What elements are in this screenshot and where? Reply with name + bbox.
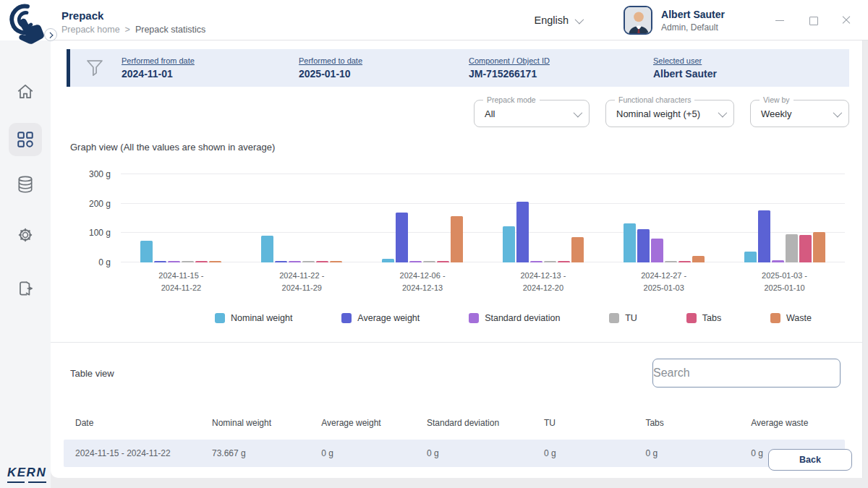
bar-average-weight [758,210,770,262]
bar-tu [665,261,677,262]
bar-waste [330,261,342,262]
user-role: Admin, Default [661,22,725,33]
filter-funnel-icon [82,57,107,79]
sidebar-item-prepack-apps[interactable] [9,123,42,156]
legend-item-tu: TU [609,313,637,323]
table-cell: 0 g [310,440,415,467]
filter-performed-from-date[interactable]: Performed from date 2024-11-01 [122,56,299,80]
table-column-header: Date [64,412,200,434]
bar-nominal-weight [503,226,515,262]
table-cell: 0 g [415,440,532,467]
prepack-mode-select[interactable]: Prepack mode All [474,100,590,127]
breadcrumb-separator: > [125,25,130,35]
kern-logo: KERN [7,466,46,483]
chevron-down-icon [575,14,584,24]
functional-characters-select[interactable]: Functional characters Nominal weight (+5… [605,100,734,127]
section-divider [51,342,862,343]
sidebar [0,40,51,488]
main-content: Performed from date 2024-11-01 Performed… [51,40,863,478]
bar-average-weight [637,229,650,262]
table-row[interactable]: 2024-11-15 - 2024-11-2273.667 g0 g0 g0 g… [64,440,845,467]
sidebar-item-logout[interactable] [9,272,42,305]
table-column-header: Standard deviation [415,412,532,434]
filter-performed-to-date[interactable]: Performed to date 2025-01-10 [299,56,469,80]
x-axis-category-label: 2024-12-13 -2024-12-20 [482,270,603,294]
breadcrumb-current: Prepack statistics [135,25,205,35]
search-input[interactable] [690,359,833,387]
y-axis-tick-label: 200 g [89,199,111,209]
graph-view-title: Graph view (All the values are shown in … [70,142,862,153]
legend-label: Average weight [357,313,420,323]
chevron-down-icon [718,108,728,117]
app-window: Prepack Prepack home > Prepack statistic… [0,0,868,488]
chart-plot: 0 g100 g200 g300 g [121,174,845,262]
legend-label: Nominal weight [231,313,292,323]
sidebar-item-settings[interactable] [9,218,42,252]
chart-bar-group [724,174,845,262]
statistics-table: DateNominal weightAverage weightStandard… [64,412,845,467]
chart-bar-group [242,174,362,262]
avatar[interactable] [624,6,652,35]
sidebar-expand-toggle[interactable] [44,28,57,41]
bar-average-weight [516,202,529,262]
sidebar-item-home[interactable] [9,75,42,108]
topbar-divider [54,40,868,40]
bar-waste [451,216,463,262]
bar-nominal-weight [382,259,394,262]
filter-component-object-id[interactable]: Component / Object ID JM-715266171 [469,56,653,80]
legend-label: TU [625,313,637,323]
x-axis-category-label: 2024-12-06 -2024-12-13 [362,270,483,294]
legend-swatch [341,313,352,323]
x-axis-category-label: 2024-12-27 -2025-01-03 [603,270,724,294]
topbar: Prepack Prepack home > Prepack statistic… [0,0,868,40]
table-cell: 0 g [532,440,634,467]
minimize-button[interactable] [774,14,786,26]
bar-nominal-weight [261,236,273,262]
sidebar-item-database[interactable] [9,168,42,201]
legend-swatch [215,313,225,323]
bar-tabs [799,235,812,262]
legend-item-nominal-weight: Nominal weight [215,313,292,323]
chart-bar-group [121,174,242,262]
user-info[interactable]: Albert Sauter Admin, Default [661,9,725,33]
apps-grid-icon [16,130,35,149]
breadcrumb-prepack-home[interactable]: Prepack home [61,25,120,35]
bar-tabs [316,261,328,262]
search-box: Search [652,359,841,388]
table-column-header: Average weight [310,412,415,434]
gear-icon [16,226,35,244]
legend-item-standard-deviation: Standard deviation [469,313,560,323]
y-axis-tick-label: 0 g [98,257,111,267]
chart-bar-group [482,174,603,262]
language-selector[interactable]: English [535,14,582,26]
view-by-select[interactable]: View by Weekly [750,100,849,127]
table-view-title: Table view [70,368,114,379]
bar-waste [813,232,825,262]
chevron-right-icon [47,32,53,38]
bar-nominal-weight [744,252,757,262]
language-label: English [535,14,569,26]
user-name: Albert Sauter [661,9,725,20]
x-axis-category-label: 2024-11-22 -2024-11-29 [242,270,362,294]
table-column-header: TU [532,412,634,434]
legend-swatch [770,313,780,323]
legend-swatch [609,313,619,323]
bar-waste [692,256,705,262]
back-button[interactable]: Back [768,449,852,471]
maximize-button[interactable] [807,14,819,26]
legend-label: Waste [786,313,812,323]
breadcrumb: Prepack home > Prepack statistics [61,25,205,35]
legend-item-waste: Waste [770,313,812,323]
home-icon [16,82,35,101]
x-axis-category-label: 2025-01-03 -2025-01-10 [724,270,845,294]
legend-label: Tabs [702,313,721,323]
table-column-header: Tabs [634,412,739,434]
filter-summary-bar: Performed from date 2024-11-01 Performed… [67,49,849,87]
filter-selected-user[interactable]: Selected user Albert Sauter [653,56,849,80]
bar-tu [544,261,556,262]
close-button[interactable] [841,14,852,26]
bar-tabs [195,261,208,262]
legend-swatch [469,313,479,323]
bar-standard-deviation [530,261,542,262]
bar-tu [182,261,194,262]
